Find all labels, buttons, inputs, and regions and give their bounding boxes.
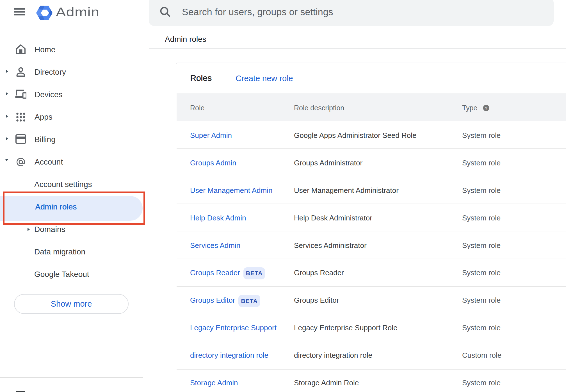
- svg-text:?: ?: [485, 106, 487, 110]
